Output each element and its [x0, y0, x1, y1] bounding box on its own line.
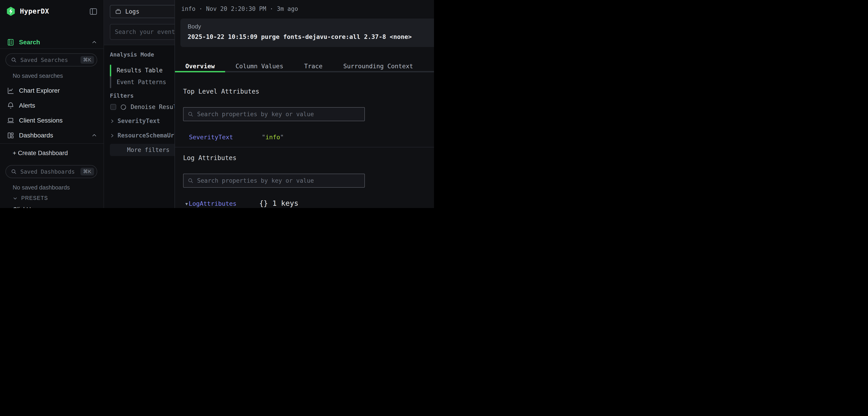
tab-column-values[interactable]: Column Values [225, 61, 293, 71]
chevron-up-icon[interactable] [91, 39, 97, 45]
mode-results-table[interactable]: Results Table [117, 67, 163, 74]
analysis-mode-track [110, 65, 111, 88]
saved-dashboards-placeholder: Saved Dashboards [20, 168, 76, 175]
attribute-row[interactable]: SeverityText info [189, 133, 434, 141]
sidebar-item-label: Alerts [19, 102, 35, 109]
chevron-up-icon[interactable] [91, 132, 97, 138]
filter-panel: Logs Search your event Analysis Mode Res… [104, 0, 175, 208]
denoise-icon [120, 104, 127, 110]
property-search-input[interactable]: Search properties by key or value [183, 174, 365, 188]
property-search-placeholder: Search properties by key or value [197, 177, 314, 184]
tab-overview[interactable]: Overview [175, 61, 225, 71]
search-icon [188, 178, 193, 184]
triangle-down-icon: ▼ [185, 202, 188, 206]
sidebar-item-chart-explorer[interactable]: Chart Explorer [0, 85, 103, 96]
event-detail-panel: info · Nov 20 2:20:30 PM · 3m ago Body 2… [175, 0, 434, 208]
section-title: Log Attributes [183, 154, 237, 161]
property-search-placeholder: Search properties by key or value [197, 111, 314, 118]
sidebar-item-alerts[interactable]: Alerts [0, 99, 103, 111]
sidebar-item-label: Chart Explorer [19, 87, 60, 94]
logo-row: HyperDX [6, 5, 98, 17]
denoise-label: Denoise Results [131, 103, 175, 110]
section-log-attributes: Log Attributes Search properties by key … [175, 147, 434, 208]
filter-group-severitytext[interactable]: SeverityText [110, 118, 160, 124]
divider [0, 49, 103, 49]
preset-clickhouse[interactable]: ClickHouse [13, 206, 45, 208]
table-source-icon [115, 8, 122, 15]
event-search-placeholder: Search your event [115, 29, 175, 35]
filter-group-label: ResourceSchemaUrl [118, 132, 175, 139]
body-text: 2025-10-22 10:15:09 purge fonts-dejavu-c… [188, 33, 434, 40]
section-title: Top Level Attributes [183, 88, 259, 95]
filter-group-label: SeverityText [118, 118, 160, 124]
property-search-input[interactable]: Search properties by key or value [183, 107, 365, 121]
saved-searches-input[interactable]: Saved Searches ⌘K [5, 53, 97, 66]
shortcut-badge: ⌘K [80, 168, 94, 175]
create-dashboard-button[interactable]: + Create Dashboard [13, 150, 68, 156]
dashboard-grid-icon [6, 131, 14, 139]
chevron-right-icon [110, 133, 114, 138]
app-root: HyperDX Search Saved Searches ⌘K No save… [0, 0, 434, 208]
bell-icon [6, 101, 14, 109]
analysis-mode-label: Analysis Mode [110, 51, 154, 58]
detail-tabbar: Overview Column Values Trace Surrounding… [175, 61, 434, 72]
tab-surrounding-context[interactable]: Surrounding Context [333, 61, 424, 71]
sidebar-item-label: Dashboards [19, 131, 53, 139]
no-saved-searches-text: No saved searches [13, 72, 63, 79]
attribute-key[interactable]: SeverityText [189, 133, 262, 141]
sidebar-item-client-sessions[interactable]: Client Sessions [0, 114, 103, 126]
mode-event-patterns[interactable]: Event Patterns [117, 79, 166, 86]
app-title: HyperDX [20, 7, 49, 16]
chart-icon [6, 87, 14, 94]
attribute-value[interactable]: info [262, 133, 284, 141]
saved-searches-placeholder: Saved Searches [20, 57, 76, 63]
source-select-value: Logs [125, 8, 140, 15]
sidebar-collapse-icon[interactable] [89, 7, 98, 16]
presets-toggle[interactable]: PRESETS [13, 195, 48, 201]
tree-keys-count: {} 1 keys [259, 199, 298, 208]
more-filters-button[interactable]: More filters [110, 144, 175, 156]
event-search-input[interactable]: Search your event [110, 24, 175, 40]
filters-label: Filters [110, 92, 133, 99]
search-icon [188, 111, 193, 117]
section-top-level-attributes: Top Level Attributes Search properties b… [175, 74, 434, 147]
chevron-down-icon [13, 196, 18, 201]
attribute-key[interactable]: LogAttributes [189, 200, 259, 207]
saved-dashboards-input[interactable]: Saved Dashboards ⌘K [5, 165, 97, 178]
filter-group-resourceschemaurl[interactable]: ResourceSchemaUrl [110, 132, 175, 139]
sidebar-item-search[interactable]: Search [0, 36, 103, 48]
denoise-results-row[interactable]: Denoise Results [110, 103, 175, 110]
denoise-checkbox[interactable] [110, 104, 116, 110]
divider [0, 143, 103, 144]
laptop-icon [6, 116, 14, 124]
tab-trace[interactable]: Trace [293, 61, 333, 71]
search-icon [11, 169, 17, 175]
search-icon [11, 57, 17, 63]
presets-label: PRESETS [21, 195, 48, 201]
sidebar: HyperDX Search Saved Searches ⌘K No save… [0, 0, 104, 208]
body-label: Body [188, 23, 434, 30]
hyperdx-logo-icon [6, 6, 16, 16]
search-logs-icon [6, 38, 14, 46]
chevron-right-icon [110, 119, 114, 123]
sidebar-item-dashboards[interactable]: Dashboards [0, 129, 103, 141]
source-select[interactable]: Logs [110, 5, 175, 18]
attribute-tree-root[interactable]: ▼ LogAttributes {} 1 keys [185, 199, 434, 208]
active-mode-indicator [110, 65, 111, 77]
event-header: info · Nov 20 2:20:30 PM · 3m ago [181, 5, 298, 12]
event-body-card: Body 2025-10-22 10:15:09 purge fonts-dej… [180, 19, 434, 47]
no-saved-dashboards-text: No saved dashboards [13, 184, 70, 191]
sidebar-item-label: Search [19, 38, 40, 46]
shortcut-badge: ⌘K [80, 56, 94, 64]
sidebar-item-label: Client Sessions [19, 117, 63, 124]
